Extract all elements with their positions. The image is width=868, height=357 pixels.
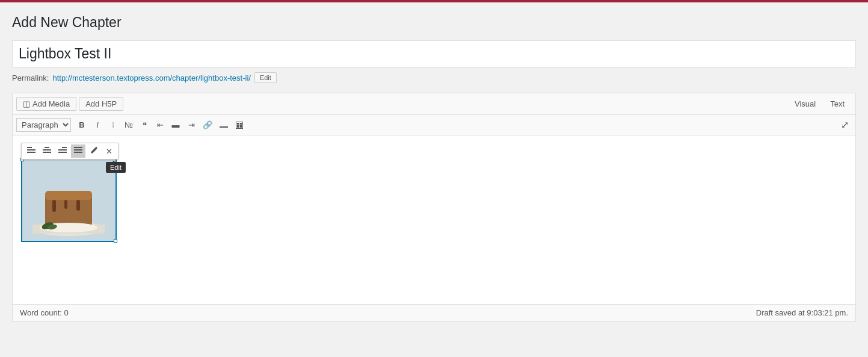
permalink-edit-button[interactable]: Edit — [254, 72, 277, 83]
link-button[interactable]: 🔗 — [200, 118, 215, 132]
editor-container: ◫ Add Media Add H5P Visual Text Paragrap… — [12, 93, 856, 321]
blockquote-button[interactable]: ❝ — [137, 118, 152, 132]
page-title: Add New Chapter — [12, 14, 856, 31]
svg-rect-0 — [27, 147, 32, 148]
image-align-right-button[interactable] — [55, 144, 70, 158]
svg-rect-3 — [45, 147, 49, 148]
image-align-center-button[interactable] — [40, 144, 54, 158]
image-align-center-icon — [43, 146, 51, 157]
fullscreen-button[interactable]: ⤢ — [838, 117, 852, 132]
permalink-bar: Permalink: http://mctesterson.textopress… — [12, 72, 856, 83]
svg-rect-6 — [62, 147, 67, 148]
svg-rect-4 — [43, 149, 51, 151]
align-left-button[interactable]: ⇤ — [153, 118, 167, 132]
image-placeholder — [22, 160, 115, 241]
table-icon — [236, 122, 243, 129]
edit-tooltip: Edit — [106, 162, 126, 173]
italic-icon: I — [96, 120, 99, 129]
pencil-icon — [90, 146, 98, 157]
image-align-left-button[interactable] — [24, 144, 38, 158]
title-input-wrapper — [12, 40, 856, 67]
ol-icon: № — [125, 120, 133, 129]
table-button[interactable] — [232, 118, 247, 132]
tab-visual[interactable]: Visual — [787, 96, 823, 112]
italic-button[interactable]: I — [90, 118, 105, 132]
permalink-label: Permalink: — [12, 73, 49, 82]
word-count: Word count: 0 — [20, 308, 69, 317]
ordered-list-button[interactable]: № — [122, 118, 136, 132]
image-align-none-button[interactable] — [71, 144, 85, 158]
svg-rect-17 — [52, 200, 56, 212]
svg-rect-2 — [27, 152, 35, 153]
svg-rect-10 — [74, 149, 82, 151]
editor-top-bar: ◫ Add Media Add H5P Visual Text — [13, 93, 855, 115]
draft-status: Draft saved at 9:03:21 pm. — [756, 308, 848, 317]
hr-button[interactable] — [217, 118, 231, 132]
editor-view-tabs: Visual Text — [787, 96, 852, 112]
bold-button[interactable]: B — [75, 118, 89, 132]
svg-rect-7 — [58, 149, 67, 151]
remove-icon: ✕ — [106, 147, 112, 156]
title-input[interactable] — [13, 41, 855, 67]
svg-rect-9 — [74, 147, 82, 148]
svg-rect-5 — [43, 152, 51, 153]
ul-icon: ⁝ — [112, 120, 114, 129]
paragraph-select[interactable]: Paragraph — [16, 118, 71, 132]
media-icon: ◫ — [23, 99, 30, 108]
unordered-list-button[interactable]: ⁝ — [106, 118, 120, 132]
link-icon: 🔗 — [203, 120, 212, 129]
svg-rect-1 — [27, 149, 35, 151]
image-align-right-icon — [58, 146, 67, 157]
svg-rect-8 — [58, 152, 67, 153]
align-left-icon: ⇤ — [157, 120, 164, 129]
image-align-left-icon — [27, 146, 35, 157]
image-edit-button[interactable] — [87, 144, 101, 158]
editor-top-left: ◫ Add Media Add H5P — [16, 93, 123, 114]
image-remove-button[interactable]: ✕ — [102, 144, 115, 158]
align-center-icon: ▬ — [172, 120, 180, 129]
image-toolbar: ✕ — [21, 143, 119, 160]
align-center-button[interactable]: ▬ — [168, 118, 183, 132]
svg-rect-19 — [76, 200, 80, 211]
cake-image — [22, 160, 115, 241]
bold-icon: B — [79, 120, 84, 129]
svg-rect-16 — [45, 191, 92, 200]
blockquote-icon: ❝ — [143, 120, 147, 129]
editor-footer: Word count: 0 Draft saved at 9:03:21 pm. — [13, 304, 855, 321]
editor-body[interactable]: ✕ Edit — [13, 135, 855, 304]
align-right-button[interactable]: ⇥ — [184, 118, 199, 132]
resize-handle-bottomright[interactable] — [114, 239, 117, 243]
add-media-button[interactable]: ◫ Add Media — [16, 97, 76, 111]
svg-rect-18 — [64, 200, 67, 209]
add-h5p-button[interactable]: Add H5P — [79, 97, 123, 111]
tab-text[interactable]: Text — [823, 96, 852, 112]
hr-icon — [220, 123, 228, 128]
image-align-none-icon — [74, 146, 82, 157]
permalink-link[interactable]: http://mctesterson.textopress.com/chapte… — [52, 73, 250, 82]
toolbar-row: Paragraph B I ⁝ № ❝ ⇤ ▬ — [13, 115, 855, 135]
svg-rect-11 — [74, 152, 82, 153]
align-right-icon: ⇥ — [188, 120, 195, 129]
image-wrapper[interactable] — [21, 158, 117, 242]
